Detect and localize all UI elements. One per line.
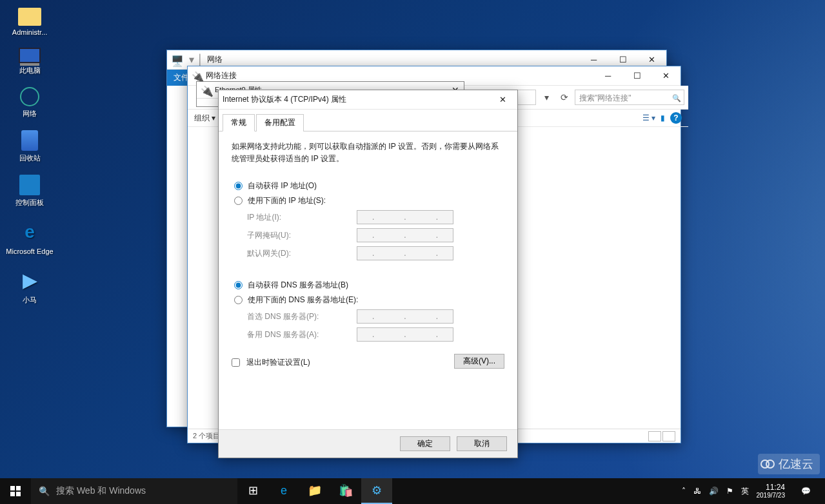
svg-rect-3 bbox=[16, 492, 21, 496]
tray-ime-indicator[interactable]: 英 bbox=[741, 486, 749, 497]
windows-logo-icon bbox=[10, 486, 21, 496]
radio-label: 使用下面的 IP 地址(S): bbox=[248, 195, 326, 206]
recycle-bin-icon bbox=[21, 130, 38, 151]
close-button[interactable]: ✕ bbox=[651, 66, 681, 85]
taskbar-edge[interactable]: e bbox=[268, 478, 299, 504]
tab-strip: 常规 备用配置 bbox=[219, 110, 517, 131]
ip-input: ... bbox=[357, 210, 453, 224]
taskbar-search[interactable]: 🔍 搜索 Web 和 Windows bbox=[31, 478, 237, 504]
preview-pane-icon[interactable]: ▮ bbox=[661, 113, 665, 122]
icon-label: 小马 bbox=[23, 296, 37, 304]
dialog-title: Internet 协议版本 4 (TCP/IPv4) 属性 bbox=[223, 94, 488, 105]
field-label: 备用 DNS 服务器(A): bbox=[247, 329, 357, 340]
radio-label: 自动获得 DNS 服务器地址(B) bbox=[248, 280, 348, 291]
titlebar[interactable]: Internet 协议版本 4 (TCP/IPv4) 属性 ✕ bbox=[219, 90, 517, 110]
close-button[interactable]: ✕ bbox=[488, 90, 517, 109]
refresh-button[interactable]: ⟳ bbox=[557, 90, 572, 105]
network-icon bbox=[20, 87, 39, 106]
field-label: IP 地址(I): bbox=[247, 212, 357, 223]
taskbar-control-panel[interactable]: ⚙ bbox=[361, 478, 392, 504]
task-view-button[interactable]: ⊞ bbox=[237, 478, 268, 504]
cancel-button[interactable]: 取消 bbox=[457, 436, 507, 451]
desktop-icon-network[interactable]: 网络 bbox=[5, 87, 54, 119]
search-placeholder: 搜索 Web 和 Windows bbox=[56, 485, 146, 497]
watermark-logo-icon bbox=[764, 460, 775, 469]
search-input[interactable]: 搜索"网络连接" bbox=[575, 90, 684, 105]
icon-label: 网络 bbox=[23, 110, 37, 117]
desktop-icon-xiaoma[interactable]: ▶小马 bbox=[5, 267, 54, 305]
nav-dropdown-icon[interactable]: ▾ bbox=[539, 90, 554, 105]
view-icons-button[interactable] bbox=[662, 431, 675, 441]
radio-auto-ip[interactable]: 自动获得 IP 地址(O) bbox=[234, 180, 502, 191]
window-icon: 🖥️ bbox=[171, 55, 181, 65]
radio-auto-dns[interactable]: 自动获得 DNS 服务器地址(B) bbox=[234, 280, 502, 291]
tab-general[interactable]: 常规 bbox=[223, 114, 255, 131]
icon-label: 控制面板 bbox=[15, 199, 44, 206]
maximize-button[interactable]: ☐ bbox=[622, 66, 651, 85]
svg-rect-2 bbox=[10, 492, 15, 496]
description-text: 如果网络支持此功能，则可以获取自动指派的 IP 设置。否则，你需要从网络系统管理… bbox=[232, 141, 504, 165]
start-button[interactable] bbox=[0, 478, 31, 504]
field-default-gateway: 默认网关(D):... bbox=[247, 246, 502, 260]
view-details-button[interactable] bbox=[648, 431, 661, 441]
taskbar-clock[interactable]: 11:24 2019/7/23 bbox=[757, 483, 786, 499]
adapter-icon: 🔌 bbox=[201, 85, 211, 95]
desktop-icon-control-panel[interactable]: 控制面板 bbox=[5, 175, 54, 208]
desktop-icon-this-pc[interactable]: 此电脑 bbox=[5, 48, 54, 75]
desktop-icon-recycle-bin[interactable]: 回收站 bbox=[5, 130, 54, 163]
search-icon: 🔍 bbox=[39, 486, 50, 496]
window-title: 网络连接 bbox=[206, 70, 593, 81]
field-label: 首选 DNS 服务器(P): bbox=[247, 311, 357, 322]
minimize-button[interactable]: ─ bbox=[593, 66, 622, 85]
icon-label: Administr... bbox=[12, 28, 47, 36]
ip-input: ... bbox=[357, 327, 453, 342]
tray-flag-icon[interactable]: ⚑ bbox=[726, 487, 733, 496]
field-alternate-dns: 备用 DNS 服务器(A):... bbox=[247, 327, 502, 342]
icon-label: Microsoft Edge bbox=[6, 247, 53, 255]
desktop-icon-administrator[interactable]: Administr... bbox=[5, 8, 54, 36]
radio-manual-ip[interactable]: 使用下面的 IP 地址(S): bbox=[234, 195, 502, 206]
desktop-icon-microsoft-edge[interactable]: eMicrosoft Edge bbox=[5, 219, 54, 255]
taskbar-file-explorer[interactable]: 📁 bbox=[299, 478, 330, 504]
system-tray: ˄ 🖧 🔊 ⚑ 英 11:24 2019/7/23 💬 bbox=[675, 478, 826, 504]
taskbar-store[interactable]: 🛍️ bbox=[330, 478, 361, 504]
taskbar: 🔍 搜索 Web 和 Windows ⊞ e 📁 🛍️ ⚙ ˄ 🖧 🔊 ⚑ 英 … bbox=[0, 478, 825, 504]
tray-network-icon[interactable]: 🖧 bbox=[693, 487, 701, 496]
edge-icon: e bbox=[17, 219, 43, 245]
ip-input: ... bbox=[357, 228, 453, 242]
svg-rect-0 bbox=[10, 486, 15, 490]
toolbar-label: 组织 ▾ bbox=[194, 113, 215, 124]
icon-label: 此电脑 bbox=[19, 66, 41, 74]
view-dropdown-icon[interactable]: ☰ ▾ bbox=[642, 113, 655, 122]
clock-date: 2019/7/23 bbox=[757, 492, 786, 499]
icon-label: 回收站 bbox=[19, 154, 41, 162]
field-subnet-mask: 子网掩码(U):... bbox=[247, 228, 502, 242]
watermark: 亿速云 bbox=[758, 454, 820, 474]
field-label: 默认网关(D): bbox=[247, 248, 357, 259]
dialog-ipv4-properties: Internet 协议版本 4 (TCP/IPv4) 属性 ✕ 常规 备用配置 … bbox=[218, 90, 518, 458]
watermark-text: 亿速云 bbox=[779, 456, 813, 472]
tab-alternate[interactable]: 备用配置 bbox=[256, 114, 304, 131]
dns-settings-group: 自动获得 DNS 服务器地址(B) 使用下面的 DNS 服务器地址(E): 首选… bbox=[232, 276, 504, 349]
ip-input: ... bbox=[357, 246, 453, 260]
checkbox-label: 退出时验证设置(L) bbox=[246, 357, 310, 368]
radio-manual-dns[interactable]: 使用下面的 DNS 服务器地址(E): bbox=[234, 295, 502, 305]
network-conn-icon: 🔌 bbox=[192, 71, 202, 81]
control-panel-icon bbox=[19, 175, 40, 195]
ok-button[interactable]: 确定 bbox=[400, 436, 450, 451]
tray-chevron-up-icon[interactable]: ˄ bbox=[682, 487, 686, 496]
help-button[interactable]: ? bbox=[670, 112, 682, 124]
pc-icon bbox=[19, 48, 41, 63]
clock-time: 11:24 bbox=[757, 483, 786, 492]
window-title: 网络 bbox=[207, 54, 579, 65]
ip-input: ... bbox=[357, 309, 453, 324]
field-preferred-dns: 首选 DNS 服务器(P):... bbox=[247, 309, 502, 324]
ip-settings-group: 自动获得 IP 地址(O) 使用下面的 IP 地址(S): IP 地址(I):.… bbox=[232, 177, 504, 268]
advanced-button[interactable]: 高级(V)... bbox=[454, 354, 504, 369]
tray-volume-icon[interactable]: 🔊 bbox=[709, 487, 719, 496]
svg-rect-1 bbox=[16, 486, 21, 490]
action-center-button[interactable]: 💬 bbox=[793, 478, 819, 504]
folder-icon bbox=[18, 8, 41, 26]
radio-label: 使用下面的 DNS 服务器地址(E): bbox=[248, 295, 358, 305]
item-count: 2 bbox=[193, 432, 197, 440]
